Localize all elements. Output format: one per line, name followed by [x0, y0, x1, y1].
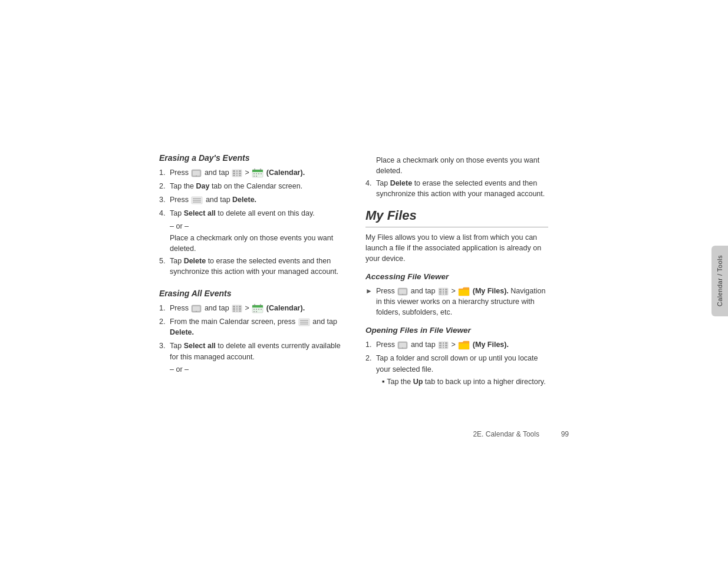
svg-rect-97 [445, 347, 447, 348]
opening-step-2: Tap a folder and scroll down or up until… [365, 353, 548, 386]
svg-rect-92 [439, 345, 442, 346]
svg-rect-11 [233, 173, 235, 174]
svg-rect-65 [399, 289, 406, 294]
grid-icon-3 [438, 287, 449, 296]
my-files-section: My Files My Files allows you to view a l… [365, 208, 548, 387]
svg-rect-74 [445, 289, 447, 290]
svg-rect-48 [239, 310, 241, 312]
left-column: Erasing a Day's Events Press and tap [159, 153, 342, 390]
page: Calendar / Tools Erasing a Day's Events … [0, 0, 728, 562]
erasing-day-section: Erasing a Day's Events Press and tap [159, 153, 342, 277]
my-files-title: My Files [365, 208, 548, 223]
erasing-day-step-3: Press and tap Delete. [159, 194, 342, 205]
svg-rect-72 [439, 289, 442, 290]
svg-rect-42 [239, 306, 241, 308]
erasing-all-step-1: Press and tap [159, 303, 342, 313]
erasing-all-or: – or – [159, 365, 342, 373]
erasing-day-step-2: Tap the Day tab on the Calendar screen. [159, 181, 342, 191]
svg-rect-14 [233, 175, 235, 176]
svg-rect-47 [236, 310, 238, 312]
erasing-all-section: Erasing All Events Press and tap [159, 289, 342, 373]
erasing-all-title: Erasing All Events [159, 289, 342, 298]
footer-page: 99 [561, 430, 569, 438]
svg-rect-1 [193, 171, 200, 176]
menu-icon-2 [298, 318, 310, 326]
svg-rect-94 [445, 345, 447, 346]
right-column: Place a checkmark only on those events y… [365, 153, 548, 390]
svg-rect-10 [239, 170, 241, 172]
folder-icon-1 [458, 287, 470, 296]
folder-icon-2 [458, 340, 470, 350]
content-area: Erasing a Day's Events Press and tap [159, 153, 572, 390]
phone-icon-1 [191, 169, 202, 177]
svg-rect-78 [439, 293, 442, 295]
phone-icon-4 [397, 341, 408, 349]
svg-rect-89 [439, 342, 442, 344]
svg-rect-33 [193, 306, 200, 311]
svg-rect-41 [236, 306, 238, 308]
phone-icon-2 [191, 305, 202, 313]
erasing-all-step-4: Tap Delete to erase the selected events … [365, 178, 548, 199]
page-footer: 2E. Calendar & Tools 99 [473, 430, 569, 438]
svg-rect-8 [233, 170, 235, 172]
svg-rect-55 [256, 309, 257, 310]
svg-rect-57 [261, 309, 262, 310]
erasing-all-steps: Press and tap [159, 303, 342, 362]
opening-title: Opening Files in File Viewer [365, 326, 548, 335]
erasing-all-indent: Place a checkmark only on those events y… [365, 155, 548, 176]
erasing-day-indent: Place a checkmark only on those events y… [159, 233, 342, 254]
erasing-all-step-2: From the main Calendar screen, press and… [159, 316, 342, 338]
svg-point-83 [403, 348, 403, 348]
svg-rect-22 [253, 173, 255, 174]
svg-rect-23 [256, 173, 257, 174]
accessing-bullet: ► Press and tap [365, 286, 548, 318]
side-tab: Calendar / Tools [711, 246, 728, 316]
accessing-title: Accessing File Viewer [365, 272, 548, 281]
my-files-intro: My Files allows you to view a list from … [365, 232, 548, 264]
grid-icon-4 [438, 341, 449, 349]
svg-rect-96 [443, 347, 444, 348]
side-tab-label: Calendar / Tools [716, 255, 723, 306]
erasing-day-step-4: Tap Select all to delete all event on th… [159, 208, 342, 219]
calendar-icon-1 [252, 168, 263, 178]
erasing-all-step4-list: Tap Delete to erase the selected events … [365, 178, 548, 199]
svg-rect-15 [236, 175, 238, 176]
erasing-day-step-5: Tap Delete to erase the selected events … [159, 256, 342, 277]
svg-rect-12 [236, 173, 238, 174]
erasing-day-step-1: Press and tap [159, 167, 342, 178]
svg-rect-80 [445, 293, 447, 295]
footer-section: 2E. Calendar & Tools [473, 430, 539, 438]
svg-point-2 [196, 176, 197, 176]
svg-rect-46 [233, 310, 235, 312]
svg-rect-73 [443, 289, 444, 290]
calendar-icon-2 [252, 304, 263, 313]
svg-rect-44 [236, 308, 238, 310]
svg-point-34 [196, 311, 197, 312]
my-files-divider [365, 227, 548, 227]
svg-rect-58 [253, 311, 255, 312]
svg-rect-25 [261, 173, 262, 174]
phone-icon-3 [397, 287, 408, 296]
svg-rect-93 [443, 345, 444, 346]
svg-rect-75 [439, 291, 442, 293]
svg-rect-76 [443, 291, 444, 293]
erasing-day-title: Erasing a Day's Events [159, 153, 342, 163]
svg-rect-45 [239, 308, 241, 310]
opening-step-1: Press and tap [365, 339, 548, 350]
grid-icon-2 [232, 305, 242, 313]
erasing-day-step5-list: Tap Delete to erase the selected events … [159, 256, 342, 277]
svg-rect-27 [256, 176, 257, 177]
svg-rect-90 [443, 342, 444, 344]
svg-rect-40 [233, 306, 235, 308]
svg-rect-54 [253, 309, 255, 310]
svg-rect-24 [258, 173, 259, 174]
svg-rect-9 [236, 170, 238, 172]
erasing-all-continuation: Place a checkmark only on those events y… [365, 155, 548, 200]
svg-rect-56 [258, 309, 259, 310]
svg-rect-59 [256, 311, 257, 312]
svg-rect-19 [252, 171, 263, 172]
svg-rect-26 [253, 176, 255, 177]
svg-rect-95 [439, 347, 442, 348]
svg-rect-82 [399, 343, 406, 348]
erasing-day-steps: Press and tap [159, 167, 342, 219]
